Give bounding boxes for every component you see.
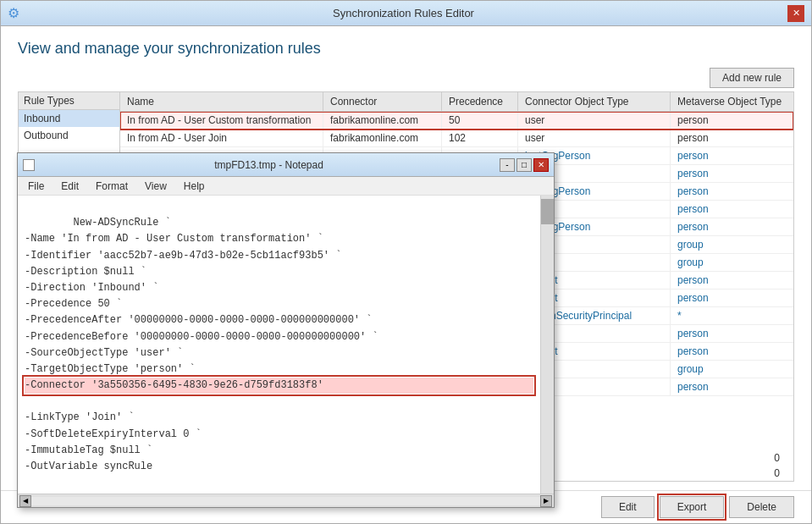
cell-name: In from AD - User Join bbox=[120, 130, 323, 146]
notepad-minimize-button[interactable]: - bbox=[500, 158, 515, 172]
export-button[interactable]: Export bbox=[660, 496, 725, 518]
cell-meta-obj-type: person bbox=[671, 378, 793, 395]
cell-meta-obj-type: person bbox=[671, 130, 793, 146]
col-header-meta-obj-type: Metaverse Object Type bbox=[671, 92, 794, 111]
notepad-hscrollbar[interactable]: ◀ ▶ bbox=[18, 494, 554, 507]
title-bar: ⚙ Synchronization Rules Editor ✕ bbox=[1, 1, 811, 26]
table-row[interactable]: In from AD - User Custom transformation … bbox=[120, 112, 793, 130]
table-header: Name Connector Precedence Connector Obje… bbox=[120, 92, 793, 112]
add-new-rule-button[interactable]: Add new rule bbox=[710, 68, 794, 88]
notepad-title: tmpFD13.tmp - Notepad bbox=[38, 159, 500, 171]
sidebar-item-inbound[interactable]: Inbound bbox=[19, 110, 119, 127]
line-11-highlighted: -Connector '3a550356-6495-4830-9e26-d759… bbox=[25, 378, 533, 394]
notepad-maximize-button[interactable]: □ bbox=[516, 158, 532, 172]
notepad-content: New-ADSyncRule ` -Name 'In from AD - Use… bbox=[18, 196, 554, 494]
line-1: New-ADSyncRule ` bbox=[74, 217, 171, 229]
line-4: -Description $null ` bbox=[25, 266, 146, 278]
line-10: -TargetObjectType 'person' ` bbox=[25, 363, 196, 375]
cell-conn-obj-type: user bbox=[518, 112, 671, 129]
cell-meta-obj-type: group bbox=[671, 236, 793, 253]
hscroll-right-arrow[interactable]: ▶ bbox=[540, 495, 552, 507]
cell-conn-obj-type: user bbox=[518, 130, 671, 146]
notepad-menu: File Edit Format View Help bbox=[18, 177, 554, 196]
line-2: -Name 'In from AD - User Custom transfor… bbox=[25, 233, 323, 245]
cell-meta-obj-type: person bbox=[671, 343, 793, 360]
cell-meta-obj-type: group bbox=[671, 361, 793, 378]
line-3: -Identifier 'aacc52b7-ae9b-47d3-b02e-5cb… bbox=[25, 250, 341, 262]
cell-meta-obj-type: person bbox=[671, 147, 793, 164]
toolbar-section: Add new rule bbox=[1, 64, 811, 91]
header-section: View and manage your synchronization rul… bbox=[1, 26, 811, 64]
notepad-close-button[interactable]: ✕ bbox=[533, 158, 549, 172]
notepad-window-controls: - □ ✕ bbox=[500, 158, 549, 172]
line-13: -SoftDeleteExpiryInterval 0 ` bbox=[25, 428, 202, 440]
cell-meta-obj-type: person bbox=[671, 201, 793, 218]
cell-precedence: 50 bbox=[442, 112, 518, 129]
hscroll-left-arrow[interactable]: ◀ bbox=[19, 495, 31, 507]
col-header-precedence: Precedence bbox=[442, 92, 518, 111]
cell-meta-obj-type: person bbox=[671, 272, 793, 289]
page-title: View and manage your synchronization rul… bbox=[18, 40, 794, 58]
line-6: -Precedence 50 ` bbox=[25, 298, 122, 310]
cell-precedence: 102 bbox=[442, 130, 518, 146]
notepad-scrollbar[interactable] bbox=[540, 196, 554, 494]
notepad-menu-help[interactable]: Help bbox=[177, 179, 212, 194]
window-icon: ⚙ bbox=[8, 5, 19, 21]
cell-meta-obj-type: person bbox=[671, 325, 793, 342]
line-8: -PrecedenceBefore '00000000-0000-0000-00… bbox=[25, 331, 378, 343]
notepad-window: tmpFD13.tmp - Notepad - □ ✕ File Edit Fo… bbox=[17, 152, 555, 508]
edit-button[interactable]: Edit bbox=[601, 496, 655, 518]
close-button[interactable]: ✕ bbox=[787, 5, 804, 22]
line-5: -Direction 'Inbound' ` bbox=[25, 282, 158, 294]
col-header-conn-obj-type: Connector Object Type bbox=[518, 92, 671, 111]
table-row[interactable]: In from AD - User Join fabrikamonline.co… bbox=[120, 130, 793, 147]
notepad-menu-view[interactable]: View bbox=[138, 179, 174, 194]
col-header-connector: Connector bbox=[323, 92, 442, 111]
cell-meta-obj-type: person bbox=[671, 112, 793, 129]
window-title: Synchronization Rules Editor bbox=[19, 7, 787, 19]
notepad-text-area[interactable]: New-ADSyncRule ` -Name 'In from AD - Use… bbox=[18, 196, 540, 494]
notepad-icon bbox=[23, 159, 35, 171]
cell-name: In from AD - User Custom transformation bbox=[120, 112, 323, 129]
notepad-title-bar: tmpFD13.tmp - Notepad - □ ✕ bbox=[18, 153, 554, 177]
cell-meta-obj-type: person bbox=[671, 218, 793, 235]
cell-meta-obj-type: person bbox=[671, 290, 793, 306]
cell-meta-obj-type: group bbox=[671, 254, 793, 271]
line-9: -SourceObjectType 'user' ` bbox=[25, 347, 183, 359]
delete-button[interactable]: Delete bbox=[729, 496, 794, 518]
line-12: -LinkType 'Join' ` bbox=[25, 411, 135, 423]
scroll-thumb[interactable] bbox=[541, 199, 554, 224]
cell-meta-obj-type: person bbox=[671, 165, 793, 182]
sidebar-item-outbound[interactable]: Outbound bbox=[19, 127, 119, 144]
col-header-name: Name bbox=[120, 92, 323, 111]
cell-connector: fabrikamonline.com bbox=[323, 112, 442, 129]
cell-meta-obj-type: person bbox=[671, 183, 793, 200]
hscroll-track[interactable] bbox=[31, 497, 540, 505]
cell-connector: fabrikamonline.com bbox=[323, 130, 442, 146]
notepad-menu-file[interactable]: File bbox=[21, 179, 51, 194]
line-7: -PrecedenceAfter '00000000-0000-0000-000… bbox=[25, 314, 372, 326]
cell-meta-obj-type: * bbox=[671, 307, 793, 324]
rule-types-header: Rule Types bbox=[19, 92, 119, 110]
notepad-menu-format[interactable]: Format bbox=[89, 179, 135, 194]
line-14: -ImmutableTag $null ` bbox=[25, 444, 152, 456]
line-15: -OutVariable syncRule bbox=[25, 461, 152, 472]
notepad-menu-edit[interactable]: Edit bbox=[54, 179, 86, 194]
